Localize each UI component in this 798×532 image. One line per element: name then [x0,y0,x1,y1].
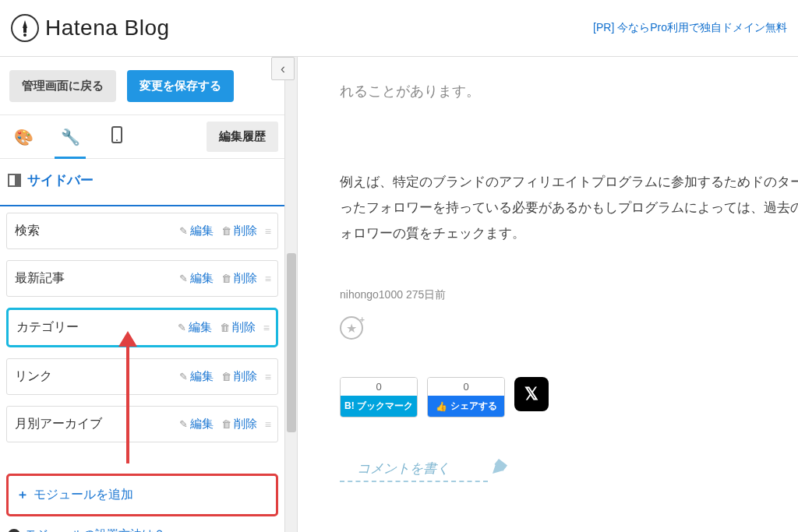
trash-icon: 🗑 [221,225,231,237]
drag-handle-icon[interactable]: ≡ [263,322,268,334]
delete-label: 削除 [234,271,257,286]
section-title: サイドバー [27,171,94,189]
hatena-logo-icon [11,14,39,42]
comment-label: コメントを書く [357,460,450,477]
svg-point-3 [116,139,118,141]
article-partial-text: れることがあります。 [340,82,798,100]
tab-customize[interactable]: 🔧 [47,115,94,158]
delete-label: 削除 [234,369,257,384]
pencil-icon: ✎ [179,273,188,284]
module-name: 月別アーカイブ [15,416,171,432]
palette-icon: 🎨 [14,128,34,146]
edit-history-button[interactable]: 編集履歴 [207,122,278,152]
pencil-icon [491,453,514,477]
module-item[interactable]: 検索✎編集🗑削除≡ [6,213,278,249]
module-name: カテゴリー [16,319,170,336]
bookmark-label: B! ブックマーク [341,396,417,417]
facebook-share-button[interactable]: 0 👍 シェアする [427,377,505,417]
pencil-icon: ✎ [179,371,188,382]
pencil-icon: ✎ [178,322,186,333]
save-button[interactable]: 変更を保存する [127,70,234,102]
delete-label: 削除 [234,417,257,432]
drag-handle-icon[interactable]: ≡ [265,225,270,238]
smartphone-icon [111,126,122,147]
edit-label: 編集 [190,224,214,238]
bookmark-count: 0 [341,378,417,396]
delete-label: 削除 [234,224,257,238]
module-item[interactable]: カテゴリー✎編集🗑削除≡ [6,308,278,347]
module-edit-link[interactable]: ✎編集 [179,417,214,432]
logo[interactable]: Hatena Blog [11,14,170,42]
module-delete-link[interactable]: 🗑削除 [221,369,257,384]
pencil-icon: ✎ [179,225,188,237]
module-item[interactable]: 月別アーカイブ✎編集🗑削除≡ [6,406,278,442]
add-module-label: モジュールを追加 [34,487,133,503]
preview-panel: れることがあります。 例えば、特定のブランドのアフィリエイトプログラムに参加する… [285,57,798,532]
drag-handle-icon[interactable]: ≡ [265,418,270,431]
edit-label: 編集 [190,369,214,384]
share-row: 0 B! ブックマーク 0 👍 シェアする 𝕏 [340,377,798,417]
main-area: 管理画面に戻る 変更を保存する 🎨 🔧 編集履歴 サイドバー 検索✎編集🗑削除≡… [0,57,798,532]
share-count: 0 [428,378,504,396]
logo-text: Hatena Blog [45,16,170,41]
module-help-link[interactable]: ? モジュールの設置方法は？ [0,516,284,532]
pr-link[interactable]: [PR] 今ならPro利用で独自ドメイン無料 [593,21,787,35]
chevron-left-icon: ‹ [281,61,285,77]
modules-list: 検索✎編集🗑削除≡最新記事✎編集🗑削除≡カテゴリー✎編集🗑削除≡リンク✎編集🗑削… [0,206,284,460]
share-label: シェアする [450,400,497,413]
article-meta: nihongo1000 275日前 [340,288,798,302]
write-comment-link[interactable]: コメントを書く [340,460,488,482]
module-edit-link[interactable]: ✎編集 [178,320,212,335]
module-item[interactable]: 最新記事✎編集🗑削除≡ [6,260,278,297]
module-delete-link[interactable]: 🗑削除 [220,320,256,335]
help-icon: ? [8,529,20,533]
article-age: 275日前 [406,288,446,301]
back-button[interactable]: 管理画面に戻る [9,70,116,102]
star-icon: ★ [346,321,357,336]
sidebar-layout-icon [8,174,21,187]
module-name: 検索 [15,223,171,239]
x-icon: 𝕏 [524,384,538,404]
edit-label: 編集 [190,417,214,432]
plus-icon: + [360,315,365,324]
trash-icon: 🗑 [221,371,231,382]
edit-label: 編集 [189,320,212,335]
module-edit-link[interactable]: ✎編集 [179,369,214,384]
module-edit-link[interactable]: ✎編集 [179,224,214,238]
wrench-icon: 🔧 [61,128,80,146]
article-author[interactable]: nihongo1000 [340,288,403,301]
article-paragraph: 例えば、特定のブランドのアフィリエイトプログラムに参加するためドのターゲット層に… [340,169,798,246]
edit-label: 編集 [190,271,214,286]
section-sidebar-header[interactable]: サイドバー [0,159,284,206]
help-label: モジュールの設置方法は？ [25,527,165,532]
action-row: 管理画面に戻る 変更を保存する [0,57,284,115]
tab-theme[interactable]: 🎨 [0,115,47,158]
svg-rect-0 [23,28,26,33]
trash-icon: 🗑 [221,273,231,284]
tab-mobile[interactable] [94,115,140,158]
hatena-star-button[interactable]: ★ + [340,316,363,340]
collapse-panel-button[interactable]: ‹ [271,57,295,80]
trash-icon: 🗑 [220,322,230,333]
x-share-button[interactable]: 𝕏 [514,377,549,411]
design-tab-row: 🎨 🔧 編集履歴 [0,115,284,159]
module-delete-link[interactable]: 🗑削除 [221,417,257,432]
module-delete-link[interactable]: 🗑削除 [221,271,257,286]
module-name: リンク [15,368,171,385]
trash-icon: 🗑 [221,418,231,430]
left-panel: 管理画面に戻る 変更を保存する 🎨 🔧 編集履歴 サイドバー 検索✎編集🗑削除≡… [0,57,285,532]
hatena-bookmark-button[interactable]: 0 B! ブックマーク [340,377,418,417]
thumbs-up-icon: 👍 [436,401,447,412]
drag-handle-icon[interactable]: ≡ [265,371,270,383]
delete-label: 削除 [232,320,256,335]
drag-handle-icon[interactable]: ≡ [265,273,270,285]
svg-point-1 [23,33,26,37]
annotation-arrow-line [126,343,129,463]
module-edit-link[interactable]: ✎編集 [179,271,214,286]
add-module-button[interactable]: ＋ モジュールを追加 [6,474,278,516]
module-item[interactable]: リンク✎編集🗑削除≡ [6,358,278,395]
module-delete-link[interactable]: 🗑削除 [221,224,257,238]
top-header: Hatena Blog [PR] 今ならPro利用で独自ドメイン無料 [0,0,798,57]
plus-icon: ＋ [16,487,29,503]
pencil-icon: ✎ [179,418,188,430]
